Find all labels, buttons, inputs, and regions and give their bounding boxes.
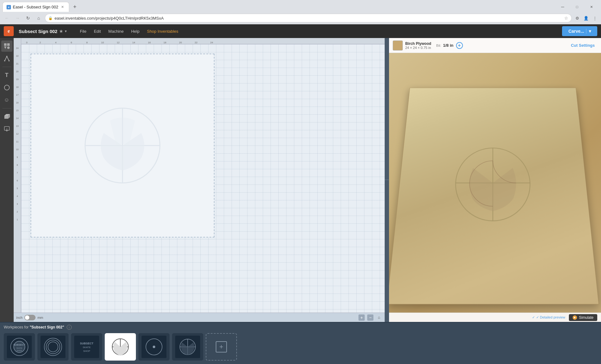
menu-edit[interactable]: Edit — [91, 28, 104, 35]
svg-text:SKATE: SKATE — [16, 347, 22, 349]
detailed-preview-link[interactable]: ✓ ✓ Detailed preview — [532, 315, 565, 319]
url-bar[interactable]: 🔒 easel.inventables.com/projects/p4Q0cLT… — [45, 14, 572, 22]
toolbar-separator-2 — [2, 108, 11, 108]
project-title: Subsect Sign 002 — [19, 29, 57, 34]
forward-button[interactable]: → — [13, 14, 22, 22]
menu-machine[interactable]: Machine — [105, 28, 127, 35]
svg-text:SHOP: SHOP — [83, 350, 90, 352]
panel-divider[interactable]: ⋮ — [385, 38, 389, 322]
text-tool-button[interactable]: T — [1, 69, 12, 81]
node-tool-button[interactable] — [1, 53, 12, 64]
import-tool-button[interactable] — [1, 123, 12, 135]
unit-toggle-switch[interactable] — [24, 315, 36, 320]
workpiece-thumb-4 — [106, 335, 134, 359]
preview-bottom-bar: ✓ ✓ Detailed preview ▶ Simulate — [389, 313, 601, 322]
wood-surface — [389, 53, 601, 313]
svg-point-39 — [153, 346, 155, 348]
carve-button[interactable]: Carve... ▾ — [562, 26, 597, 36]
workpiece-item-4[interactable] — [105, 333, 136, 361]
menu-help[interactable]: Help — [128, 28, 143, 35]
unit-mm-label: mm — [37, 316, 43, 319]
menu-shop[interactable]: Shop Inventables — [144, 28, 181, 35]
title-chevron-icon[interactable]: ▾ — [65, 29, 67, 33]
material-name: Birch Plywood — [405, 41, 431, 46]
new-tab-button[interactable]: + — [70, 2, 79, 11]
simulate-icon: ▶ — [573, 315, 577, 320]
svg-rect-0 — [4, 43, 7, 46]
workpiece-thumb-2 — [39, 335, 67, 359]
svg-point-3 — [7, 46, 10, 49]
tab-favicon: e — [7, 5, 11, 9]
add-bit-button[interactable]: + — [456, 42, 463, 49]
active-tab[interactable]: e Easel - Subsect Sign 002 ✕ — [2, 2, 69, 12]
fit-canvas-button[interactable]: ⌂ — [376, 314, 382, 321]
back-button[interactable]: ← — [2, 14, 11, 22]
toolbar-separator-1 — [2, 67, 11, 67]
engraved-design-svg — [443, 123, 543, 252]
tab-close-button[interactable]: ✕ — [60, 5, 65, 10]
menu-button[interactable]: ⋮ — [591, 14, 599, 22]
workpieces-list: SUBSECT SKATE SHOP — [0, 332, 601, 363]
circle-tool-button[interactable] — [1, 82, 12, 93]
carve-label: Carve... — [568, 29, 584, 34]
box-tool-button[interactable] — [1, 111, 12, 122]
bit-value: 1/8 in — [443, 43, 453, 48]
workpiece-thumb-3: SUBSECT SKATE SHOP — [73, 335, 101, 359]
zoom-in-button[interactable]: + — [358, 314, 365, 321]
workpieces-info-button[interactable]: i — [67, 325, 72, 330]
simulate-label: Simulate — [579, 315, 594, 320]
simulate-button[interactable]: ▶ Simulate — [569, 314, 597, 321]
extensions-button[interactable]: ⚙ — [574, 14, 581, 22]
canvas-grid — [21, 44, 385, 313]
menu-bar: File Edit Machine Help Shop Inventables — [77, 28, 181, 35]
material-swatch[interactable] — [393, 41, 403, 50]
workpiece-thumb-5 — [140, 335, 168, 359]
workpiece-item-3[interactable]: SUBSECT SKATE SHOP — [71, 333, 102, 361]
carve-dropdown-icon[interactable]: ▾ — [586, 29, 591, 34]
main-content: T ☺ — [0, 38, 601, 322]
workpiece-item-6[interactable] — [172, 333, 203, 361]
zoom-out-button[interactable]: − — [367, 314, 373, 321]
logo-text: e — [7, 28, 10, 34]
tab-title: Easel - Subsect Sign 002 — [13, 5, 58, 9]
workpieces-panel: Workpieces for "Subsect Sign 002" i SUBS… — [0, 322, 601, 364]
cut-settings-button[interactable]: Cut Settings — [568, 42, 597, 49]
detailed-preview-label: ✓ Detailed preview — [536, 315, 565, 319]
add-workpiece-icon: + — [216, 341, 227, 352]
menu-file[interactable]: File — [77, 28, 89, 35]
svg-text:SKATE: SKATE — [83, 346, 91, 349]
unit-inch-label: inch — [16, 316, 22, 319]
svg-marker-2 — [4, 46, 7, 49]
refresh-button[interactable]: ↻ — [24, 14, 32, 22]
bookmark-star-icon[interactable]: ☆ — [564, 16, 568, 21]
ruler-top: 0 2 4 6 8 10 12 14 16 18 20 22 24 — [21, 38, 385, 44]
svg-text:SUBSECT: SUBSECT — [80, 342, 94, 345]
toggle-thumb — [25, 315, 29, 320]
maximize-button[interactable]: □ — [570, 2, 584, 12]
app-header: e Subsect Sign 002 ★ ▾ File Edit Machine… — [0, 24, 601, 38]
emoji-tool-button[interactable]: ☺ — [1, 94, 12, 106]
workpiece-item-2[interactable] — [37, 333, 69, 361]
profile-button[interactable]: 👤 — [582, 14, 590, 22]
emoji-tool-icon: ☺ — [4, 97, 9, 103]
svg-marker-1 — [7, 43, 10, 46]
add-workpiece-button[interactable]: + — [206, 333, 237, 361]
home-button[interactable]: ⌂ — [34, 14, 43, 22]
minimize-button[interactable]: ─ — [555, 2, 570, 12]
preview-toolbar: Birch Plywood 24 × 24 × 0.75 in Bit: 1/8… — [389, 38, 601, 53]
address-bar: ← → ↻ ⌂ 🔒 easel.inventables.com/projects… — [0, 12, 601, 24]
svg-point-7 — [4, 85, 9, 90]
close-button[interactable]: ✕ — [584, 2, 599, 12]
app-title-group: Subsect Sign 002 ★ ▾ — [19, 29, 67, 34]
design-canvas[interactable] — [31, 54, 214, 237]
svg-point-5 — [6, 56, 7, 57]
svg-rect-8 — [4, 116, 8, 119]
workpiece-item-1[interactable]: SUBSECT SKATE SHOP — [4, 333, 35, 361]
url-text: easel.inventables.com/projects/p4Q0cLTHm… — [55, 16, 164, 21]
app-container: e Subsect Sign 002 ★ ▾ File Edit Machine… — [0, 24, 601, 364]
select-tool-button[interactable] — [1, 41, 12, 52]
title-star-icon[interactable]: ★ — [59, 29, 63, 34]
workpieces-title: Workpieces for "Subsect Sign 002" — [4, 325, 64, 329]
workpiece-item-5[interactable] — [138, 333, 170, 361]
ruler-left: 24 22 21 20 19 18 17 16 15 14 13 12 11 1… — [14, 38, 21, 322]
